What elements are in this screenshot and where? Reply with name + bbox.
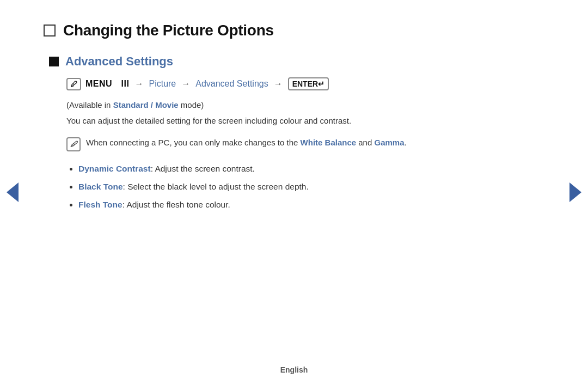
bullet-list: Dynamic Contrast: Adjust the screen cont…: [66, 162, 544, 211]
nav-left-arrow[interactable]: [7, 182, 19, 202]
description-text: You can adjust the detailed setting for …: [66, 115, 544, 127]
content-area: (Available in Standard / Movie mode) You…: [66, 100, 544, 211]
list-item: Dynamic Contrast: Adjust the screen cont…: [78, 162, 544, 175]
available-link: Standard / Movie: [113, 100, 179, 109]
path-step-advanced: Advanced Settings: [195, 79, 268, 89]
black-square-icon: [49, 57, 59, 66]
hand-icon: 🖊: [70, 80, 77, 88]
white-balance-link: White Balance: [301, 138, 357, 147]
checkbox-icon: [44, 25, 56, 36]
main-heading-row: Changing the Picture Options: [44, 22, 544, 39]
section-heading-row: Advanced Settings: [49, 54, 544, 69]
page-container: Changing the Picture Options Advanced Se…: [0, 0, 588, 384]
available-prefix: (Available in: [66, 100, 111, 109]
section-title: Advanced Settings: [65, 54, 173, 69]
note-period: .: [405, 138, 407, 147]
gamma-link: Gamma: [374, 138, 404, 147]
bullet-desc-1: : Select the black level to adjust the s…: [123, 182, 309, 191]
enter-icon: ENTER↵: [288, 77, 329, 90]
note-row: 🖊 When connecting a PC, you can only mak…: [66, 136, 544, 151]
menu-icon: 🖊: [66, 78, 81, 90]
path-step-picture: Picture: [149, 79, 176, 89]
note-middle: and: [358, 138, 372, 147]
menu-label: MENU III: [85, 79, 129, 89]
bullet-term-2: Flesh Tone: [78, 200, 122, 209]
arrow-1: →: [134, 79, 143, 89]
list-item: Flesh Tone: Adjust the flesh tone colour…: [78, 198, 544, 211]
arrow-2: →: [181, 79, 190, 89]
bullet-term-0: Dynamic Contrast: [78, 164, 151, 173]
note-icon: 🖊: [66, 137, 81, 151]
arrow-3: →: [274, 79, 283, 89]
note-text: When connecting a PC, you can only make …: [86, 136, 407, 149]
bullet-desc-2: : Adjust the flesh tone colour.: [122, 200, 230, 209]
available-suffix: mode): [181, 100, 204, 109]
section-block: Advanced Settings 🖊 MENU III → Picture →…: [49, 54, 544, 211]
bullet-term-1: Black Tone: [78, 182, 123, 191]
list-item: Black Tone: Select the black level to ad…: [78, 180, 544, 193]
page-title: Changing the Picture Options: [63, 22, 274, 39]
nav-right-arrow[interactable]: [569, 182, 581, 202]
bullet-desc-0: : Adjust the screen contrast.: [151, 164, 255, 173]
available-text: (Available in Standard / Movie mode): [66, 100, 544, 109]
footer-language: English: [280, 365, 308, 374]
menu-path-row: 🖊 MENU III → Picture → Advanced Settings…: [66, 77, 544, 90]
note-prefix: When connecting a PC, you can only make …: [86, 138, 298, 147]
